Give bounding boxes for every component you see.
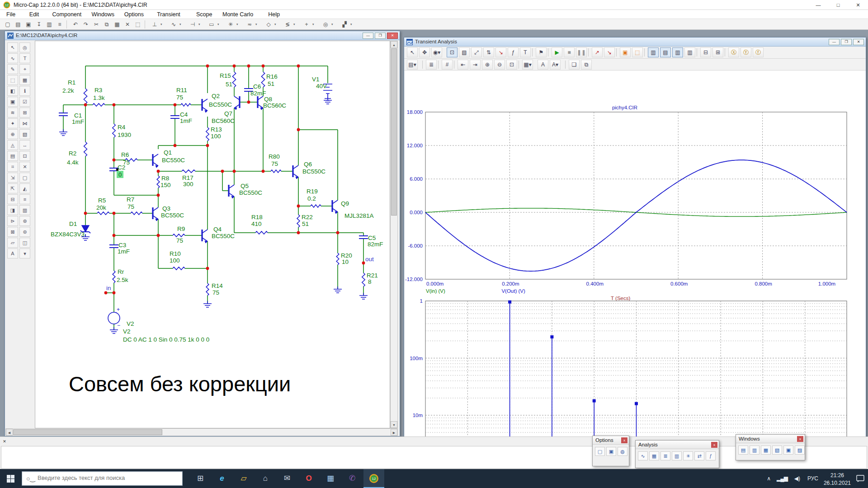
menu-item-file[interactable]: File xyxy=(5,11,17,18)
toolbar-component-8[interactable]: + xyxy=(302,20,311,29)
options-panel-close-button[interactable]: x xyxy=(621,437,627,443)
transient-window-titlebar[interactable]: Transient Analysis — ❐ ✕ xyxy=(404,38,866,47)
transient-tool2-9[interactable]: ⊖ xyxy=(494,60,505,70)
options-icon-2[interactable]: ◍ xyxy=(618,447,627,456)
schematic-tool-33[interactable]: ⊛ xyxy=(19,216,30,226)
transient-tool-33[interactable]: ⓕ xyxy=(753,47,764,57)
schematic-tool-12[interactable]: ≋ xyxy=(7,108,18,117)
transient-tool2-17[interactable]: ⧉ xyxy=(581,60,592,70)
transient-tool-23[interactable]: ▥ xyxy=(648,47,659,57)
toolbar-edit-4[interactable]: ▦ xyxy=(112,20,122,29)
schematic-tool-17[interactable]: ▧ xyxy=(19,129,30,139)
taskbar-app-task-view[interactable]: ⊞ xyxy=(190,469,211,488)
schematic-tool-34[interactable]: ⊠ xyxy=(7,227,18,237)
transient-tool-1[interactable]: ✥ xyxy=(419,47,430,57)
windows-icon-5[interactable]: ▨ xyxy=(795,446,805,455)
start-button[interactable] xyxy=(0,469,22,488)
transient-restore-button[interactable]: ❐ xyxy=(841,39,852,45)
app-maximize-button[interactable]: □ xyxy=(828,0,848,10)
network-icon[interactable]: ▂▄▆ xyxy=(777,475,788,482)
schematic-tool-28[interactable]: ⊟ xyxy=(7,194,18,204)
schematic-tool-5[interactable]: ⌖ xyxy=(19,64,30,74)
plot-client[interactable]: 18.00012.0006.0000.000-6.000-12.0000.000… xyxy=(405,70,866,437)
schematic-tool-23[interactable]: ✕ xyxy=(19,162,30,172)
notifications-icon[interactable] xyxy=(856,474,864,483)
taskbar-app-explorer[interactable]: ▱ xyxy=(233,469,254,488)
transient-minimize-button[interactable]: — xyxy=(829,39,840,45)
schematic-tool-11[interactable]: ☑ xyxy=(19,97,30,107)
toolbar-component-9[interactable]: ◎ xyxy=(321,20,330,29)
transient-tool-18[interactable]: ↘ xyxy=(604,47,615,57)
schematic-tool-3[interactable]: T xyxy=(19,53,30,63)
schematic-tool-16[interactable]: ⊕ xyxy=(7,129,18,139)
clock[interactable]: 21:26 26.10.2021 xyxy=(824,472,851,488)
schematic-tool-21[interactable]: ⊡ xyxy=(19,151,30,161)
toolbar-file-5[interactable]: ≡ xyxy=(55,20,65,29)
transient-tool2-14[interactable]: A▾ xyxy=(550,60,561,70)
menu-item-monte-carlo[interactable]: Monte Carlo xyxy=(221,11,255,18)
schematic-hscrollbar[interactable]: ◀ ▶ xyxy=(5,428,398,436)
menu-item-component[interactable]: Component xyxy=(51,11,84,18)
toolbar-component-7[interactable]: ≶ xyxy=(283,20,292,29)
schematic-window-titlebar[interactable]: E:\MC12\DATA\pichy4.CIR — ❐ ✕ xyxy=(5,31,400,40)
volume-icon[interactable]: ◀) xyxy=(794,475,800,482)
toolbar-edit-1[interactable]: ↷ xyxy=(81,20,91,29)
menu-item-windows[interactable]: Windows xyxy=(90,11,116,18)
transient-tool-15[interactable]: ❚❚ xyxy=(576,47,587,57)
transient-tool-28[interactable]: ⊟ xyxy=(700,47,711,57)
transient-tool2-4[interactable]: # xyxy=(442,60,453,70)
windows-panel-titlebar[interactable]: Windows x xyxy=(736,435,805,443)
taskbar-app-opera[interactable]: O xyxy=(298,469,319,488)
language-indicator[interactable]: РУС xyxy=(807,475,818,482)
toolbar-component-10[interactable]: ▞ xyxy=(340,20,349,29)
schematic-tool-9[interactable]: ℹ xyxy=(19,86,30,96)
options-panel-titlebar[interactable]: Options x xyxy=(593,436,629,445)
tray-expand-icon[interactable]: ∧ xyxy=(767,475,771,482)
schematic-tool-7[interactable]: ▦ xyxy=(19,75,30,85)
transient-tool-7[interactable]: ↘ xyxy=(495,47,506,57)
transient-tool-29[interactable]: ⊞ xyxy=(712,47,723,57)
schematic-tool-10[interactable]: ▣ xyxy=(7,97,18,107)
schematic-tool-8[interactable]: ◧ xyxy=(7,86,18,96)
transient-tool2-2[interactable]: ≣ xyxy=(426,60,437,70)
toolbar-component-0[interactable]: ⊥ xyxy=(150,20,160,29)
windows-icon-4[interactable]: ▣ xyxy=(783,446,793,455)
toolbar-component-4[interactable]: ✳ xyxy=(226,20,236,29)
schematic-tool-2[interactable]: ∿ xyxy=(7,53,18,63)
transient-tool-21[interactable]: ⬚ xyxy=(632,47,643,57)
toolbar-component-2[interactable]: ⊣ xyxy=(188,20,198,29)
analysis-panel-close-button[interactable]: x xyxy=(711,442,717,448)
schematic-canvas[interactable]: R12.2kR31.3kR24.4kC11mFR41930R675C2R1175… xyxy=(35,41,390,428)
transient-tool-32[interactable]: Ⓨ xyxy=(741,47,751,57)
schematic-tool-1[interactable]: ◎ xyxy=(19,42,30,52)
toolbar-file-1[interactable]: ▤ xyxy=(13,20,23,29)
toolbar-file-3[interactable]: ↧ xyxy=(34,20,44,29)
transient-tool2-13[interactable]: A xyxy=(538,60,548,70)
schematic-tool-0[interactable]: ↖ xyxy=(7,42,18,52)
transient-tool2-12[interactable]: ▦▾ xyxy=(522,60,533,70)
toolbar-file-4[interactable]: ▥ xyxy=(44,20,54,29)
transient-tool2-10[interactable]: ⊡ xyxy=(506,60,517,70)
toolbar-file-2[interactable]: ▣ xyxy=(24,20,33,29)
transient-tool-20[interactable]: ▣ xyxy=(620,47,631,57)
taskbar-app-viber[interactable]: ✆ xyxy=(342,469,363,488)
transient-tool-2[interactable]: ◉▾ xyxy=(431,47,442,57)
transient-tool-0[interactable]: ↖ xyxy=(407,47,418,57)
schematic-restore-button[interactable]: ❐ xyxy=(375,33,386,39)
schematic-tool-36[interactable]: ▱ xyxy=(7,238,18,248)
toolbar-component-3[interactable]: ▭ xyxy=(207,20,217,29)
transient-tool-6[interactable]: ⇅ xyxy=(483,47,494,57)
transient-tool2-16[interactable]: ❏ xyxy=(569,60,580,70)
toolbar-file-0[interactable]: ▢ xyxy=(3,20,13,29)
transient-tool-13[interactable]: ▶ xyxy=(552,47,562,57)
taskbar-app-store[interactable]: ⌂ xyxy=(255,469,276,488)
menu-item-edit[interactable]: Edit xyxy=(28,11,41,18)
schematic-tool-20[interactable]: ▤ xyxy=(7,151,18,161)
analysis-icon-6[interactable]: ƒ xyxy=(706,451,716,460)
toolbar-edit-3[interactable]: ⧉ xyxy=(102,20,112,29)
schematic-tool-27[interactable]: ◭ xyxy=(19,183,30,193)
search-input[interactable] xyxy=(38,474,173,481)
toolbar-edit-5[interactable]: ✕ xyxy=(123,20,132,29)
analysis-icon-0[interactable]: ∿ xyxy=(638,451,648,460)
analysis-icon-1[interactable]: ▦ xyxy=(649,451,659,460)
